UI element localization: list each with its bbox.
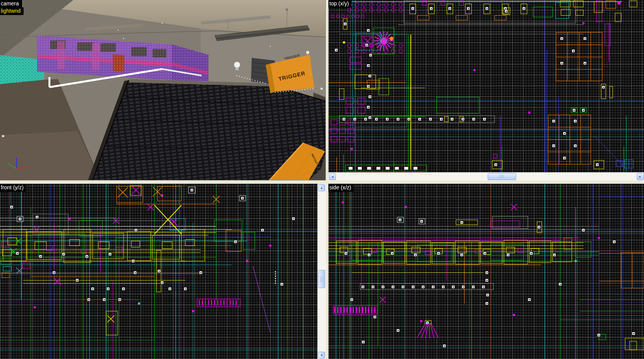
viewport-2d-side[interactable]: side (x/z) — [329, 184, 644, 359]
viewport-label-top[interactable]: top (x/y) — [329, 0, 351, 8]
top-view-canvas — [329, 0, 644, 172]
light-bulb-icon-tiny-left[interactable] — [2, 135, 4, 137]
side-view-canvas — [329, 184, 644, 359]
front-view-canvas — [0, 184, 317, 359]
viewport-label-camera[interactable]: camera — [0, 0, 22, 8]
scroll-down-button[interactable]: ▼ — [318, 352, 325, 359]
thumb-grip — [499, 175, 505, 178]
viewport-3d-camera[interactable]: TRIGGER TRIGGER WAYOUT — [0, 0, 325, 180]
viewport-label-lightwnd[interactable]: lightwnd — [0, 7, 24, 15]
scroll-left-button[interactable]: ◄ — [329, 173, 336, 180]
entity-speck — [270, 46, 271, 47]
viewport-label-front[interactable]: front (y/z) — [0, 184, 25, 192]
entity-speck — [118, 30, 119, 30]
viewport-label-side[interactable]: side (x/z) — [329, 184, 353, 192]
arrow-right-icon: ► — [639, 175, 642, 179]
thumb-grip — [320, 276, 323, 282]
arrow-down-icon: ▼ — [320, 354, 323, 357]
level-editor-window: TRIGGER TRIGGER WAYOUT — [0, 0, 644, 359]
top-viewport-hscrollbar[interactable]: ◄ ► — [329, 172, 644, 180]
viewport-2d-top[interactable]: top (x/y) — [329, 0, 644, 172]
3d-scene: TRIGGER TRIGGER WAYOUT — [0, 0, 325, 180]
hscroll-thumb[interactable] — [488, 173, 516, 180]
vscroll-thumb[interactable] — [318, 270, 325, 288]
front-viewport-vscrollbar[interactable]: ▲ ▼ — [317, 184, 326, 359]
entity-speck — [162, 23, 163, 24]
entity-speck — [123, 38, 124, 39]
viewport-2d-front[interactable]: front (y/z) — [0, 184, 317, 359]
arrow-left-icon: ◄ — [331, 175, 334, 179]
scroll-right-button[interactable]: ► — [637, 173, 644, 180]
arrow-up-icon: ▲ — [320, 186, 323, 190]
scroll-up-button[interactable]: ▲ — [318, 184, 325, 191]
light-bulb-icon-tiny-right[interactable] — [320, 88, 323, 90]
